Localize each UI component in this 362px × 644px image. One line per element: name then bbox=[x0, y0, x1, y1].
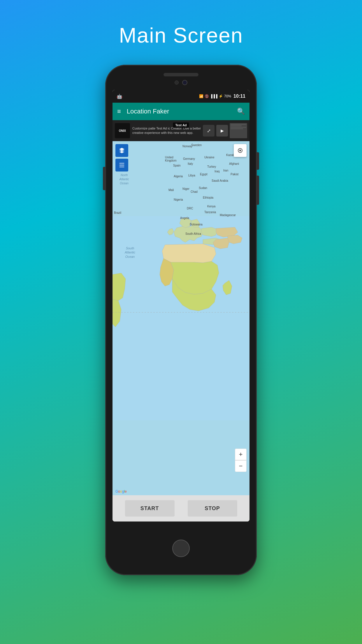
battery-percent: 70% bbox=[224, 94, 231, 98]
page-title: Main Screen bbox=[119, 23, 243, 47]
ad-banner[interactable]: ONIX Customize patte Test Ad ic Creator.… bbox=[113, 120, 249, 141]
start-button[interactable]: START bbox=[125, 500, 175, 517]
ad-preview bbox=[230, 123, 247, 138]
ad-play-button[interactable]: ▶ bbox=[216, 125, 228, 136]
wifi-icon: 📶 bbox=[199, 94, 203, 98]
status-bar: 🤖 📶 📵 ▐▐▐ ⚡ 70% 10:11 bbox=[113, 90, 249, 103]
ad-expand-button[interactable]: ⤢ bbox=[203, 125, 215, 136]
signal-bars: ▐▐▐ bbox=[210, 94, 218, 98]
phone-shell: 🤖 📶 📵 ▐▐▐ ⚡ 70% 10:11 ≡ Location Faker 🔍… bbox=[105, 65, 257, 575]
map-list-button[interactable] bbox=[115, 159, 128, 172]
ad-brand-text: ONIX bbox=[119, 129, 126, 132]
zoom-in-button[interactable]: + bbox=[235, 449, 247, 460]
phone-screen: 🤖 📶 📵 ▐▐▐ ⚡ 70% 10:11 ≡ Location Faker 🔍… bbox=[113, 90, 249, 522]
signal-icon: 📵 bbox=[205, 94, 209, 98]
android-icon: 🤖 bbox=[117, 94, 122, 99]
zoom-controls: + − bbox=[235, 449, 247, 472]
map-layers-button[interactable] bbox=[115, 144, 128, 157]
google-G: G bbox=[115, 489, 118, 494]
search-icon[interactable]: 🔍 bbox=[237, 108, 245, 115]
status-right: 📶 📵 ▐▐▐ ⚡ 70% 10:11 bbox=[199, 94, 245, 99]
menu-icon[interactable]: ≡ bbox=[117, 108, 121, 115]
my-location-button[interactable] bbox=[234, 144, 247, 157]
status-left: 🤖 bbox=[117, 94, 122, 99]
world-map-svg bbox=[113, 141, 249, 495]
ad-text: Customize patte Test Ad ic Creator. Live… bbox=[132, 126, 203, 135]
svg-point-2 bbox=[239, 150, 241, 151]
camera-dot bbox=[182, 80, 187, 85]
app-title: Location Faker bbox=[127, 108, 237, 115]
volume-button bbox=[103, 167, 105, 190]
home-button[interactable] bbox=[172, 540, 190, 557]
google-e: e bbox=[125, 489, 127, 494]
bottom-action-bar: START STOP bbox=[113, 495, 249, 522]
app-toolbar: ≡ Location Faker 🔍 bbox=[113, 103, 249, 120]
power-button bbox=[257, 152, 259, 170]
north-atlantic-label: NorthAtlanticOcean bbox=[115, 173, 133, 186]
ad-logo: ONIX bbox=[115, 123, 130, 138]
sensor-dot bbox=[175, 80, 179, 85]
stop-button[interactable]: STOP bbox=[188, 500, 237, 517]
charging-icon: ⚡ bbox=[219, 94, 223, 98]
google-watermark: Google bbox=[115, 489, 127, 494]
map-container[interactable]: Norway Sweden UnitedKingdom Germany Ukra… bbox=[113, 141, 249, 495]
camera-button bbox=[257, 176, 259, 205]
sensor-row bbox=[175, 80, 187, 85]
map-left-buttons bbox=[115, 144, 128, 172]
google-o2: o bbox=[120, 489, 122, 494]
phone-bottom bbox=[172, 522, 190, 575]
speaker-grille bbox=[164, 73, 198, 76]
zoom-out-button[interactable]: − bbox=[235, 460, 247, 472]
ad-badge: Test Ad bbox=[173, 123, 189, 128]
status-time: 10:11 bbox=[233, 94, 245, 99]
